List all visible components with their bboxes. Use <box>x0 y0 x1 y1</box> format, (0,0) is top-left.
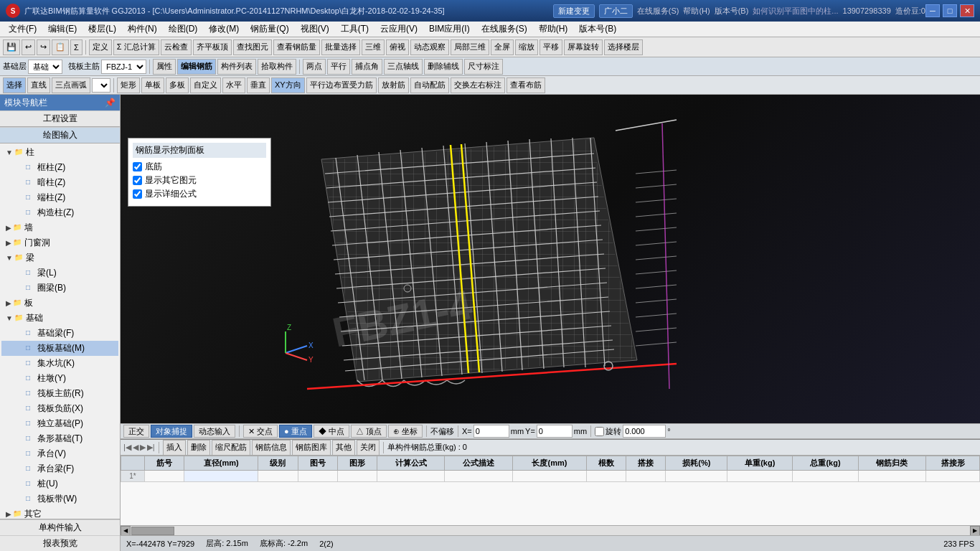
layer-btn-属性[interactable]: 属性 <box>153 59 176 75</box>
menu-item-BIM应用(I)[interactable]: BIM应用(I) <box>423 22 476 37</box>
other-elements-checkbox[interactable] <box>133 176 142 185</box>
bottom-rebar-checkbox[interactable] <box>133 162 142 171</box>
menu-item-云应用(V)[interactable]: 云应用(V) <box>374 22 423 37</box>
draw-btn-捕点角[interactable]: 捕点角 <box>352 59 382 75</box>
toolbar1-平移[interactable]: 平移 <box>540 39 562 55</box>
shape-btn-XY方向[interactable]: XY方向 <box>271 77 305 93</box>
quick-btn[interactable]: 📋 <box>52 39 69 55</box>
guangfu-btn[interactable]: 广小二 <box>599 4 633 18</box>
minimize-btn[interactable]: ─ <box>925 4 940 17</box>
nav-last[interactable]: ▶| <box>147 443 155 452</box>
y-input[interactable] <box>537 425 573 438</box>
toolbar1-查找图元[interactable]: 查找图元 <box>233 39 272 55</box>
scroll-left-btn[interactable]: ◀ <box>121 526 131 536</box>
expand-icon-wall[interactable]: ▶ <box>6 224 11 232</box>
scroll-track[interactable] <box>131 526 970 536</box>
tree-item-wall[interactable]: ▶📁墙 <box>1 220 118 235</box>
length-cell[interactable] <box>512 471 586 482</box>
other-btn[interactable]: 其他 <box>332 440 355 456</box>
sidebar-pin-icon[interactable]: 📌 <box>105 98 116 108</box>
menu-item-楼层(L)[interactable]: 楼层(L) <box>83 22 122 37</box>
tree-item-承台梁[interactable]: □承台梁(F) <box>1 461 118 476</box>
tree-item-door-window[interactable]: ▶📁门窗洞 <box>1 235 118 250</box>
tree-item-beam[interactable]: ▼📁梁 <box>1 250 118 265</box>
coord-btn[interactable]: ⊕ 坐标 <box>388 425 423 438</box>
tree-item-raft-neg[interactable]: □筏板负筋(X) <box>1 401 118 416</box>
version-link[interactable]: 版本号(B) <box>715 6 749 17</box>
tree-item-strip-found[interactable]: □条形基础(T) <box>1 431 118 446</box>
project-settings-btn[interactable]: 工程设置 <box>0 110 120 126</box>
bottom-rebar-option[interactable]: 底筋 <box>133 161 266 173</box>
tree-item-承台[interactable]: □承台(V) <box>1 446 118 461</box>
diameter-cell[interactable] <box>184 471 258 482</box>
toolbar1-缩放[interactable]: 缩放 <box>515 39 538 55</box>
menu-item-版本号(B)[interactable]: 版本号(B) <box>573 22 622 37</box>
quick-btn[interactable]: ↩ <box>22 39 35 55</box>
maximize-btn[interactable]: □ <box>943 4 957 17</box>
expand-icon-beam[interactable]: ▼ <box>6 254 13 262</box>
online-service-link[interactable]: 在线服务(S) <box>637 6 679 17</box>
shape-btn-水平[interactable]: 水平 <box>222 77 245 93</box>
menu-item-绘图(D)[interactable]: 绘图(D) <box>163 22 204 37</box>
draw-btn-尺寸标注[interactable]: 尺寸标注 <box>464 59 503 75</box>
ortho-btn[interactable]: 正交 <box>123 425 149 438</box>
tree-item-ring-beam[interactable]: □圈梁(B) <box>1 281 118 296</box>
fig-num-cell[interactable] <box>298 471 337 482</box>
toolbar1-俯视[interactable]: 俯视 <box>386 39 409 55</box>
shape-btn-矩形[interactable]: 矩形 <box>117 77 140 93</box>
scroll-right-btn[interactable]: ▶ <box>970 526 980 536</box>
drawing-input-btn[interactable]: 绘图输入 <box>0 127 120 143</box>
tree-item-raft-found[interactable]: □筏板基础(M) <box>1 341 118 356</box>
draw-tool-直线[interactable]: 直线 <box>27 77 50 93</box>
single-component-btn[interactable]: 单构件输入 <box>0 519 120 535</box>
menu-item-修改(M)[interactable]: 修改(M) <box>203 22 245 37</box>
toolbar1-齐平板顶[interactable]: 齐平板顶 <box>193 39 232 55</box>
tree-item-slab[interactable]: ▶📁板 <box>1 296 118 311</box>
expand-icon-other[interactable]: ▶ <box>6 510 11 518</box>
shape-btn-自定义[interactable]: 自定义 <box>190 77 221 93</box>
nav-prev[interactable]: ◀ <box>133 443 138 452</box>
layer-combo[interactable]: 基础 <box>28 60 62 74</box>
tree-item-collect-pit[interactable]: □集水坑(K) <box>1 356 118 371</box>
tree-item-pile[interactable]: □桩(U) <box>1 476 118 491</box>
report-preview-btn[interactable]: 报表预览 <box>0 535 120 551</box>
center-btn[interactable]: ◆ 中点 <box>314 425 349 438</box>
tree-item-frame-col[interactable]: □框柱(Z) <box>1 160 118 175</box>
menu-item-文件(F)[interactable]: 文件(F) <box>3 22 42 37</box>
menu-item-视图(V)[interactable]: 视图(V) <box>295 22 335 37</box>
tree-item-ind-found[interactable]: □独立基础(P) <box>1 416 118 431</box>
tree-item-found-beam[interactable]: □基础梁(F) <box>1 326 118 341</box>
menu-item-钢筋量(Q)[interactable]: 钢筋量(Q) <box>245 22 294 37</box>
insert-rebar-btn[interactable]: 插入 <box>163 440 186 456</box>
menu-item-编辑(E)[interactable]: 编辑(E) <box>42 22 83 37</box>
layer-btn-拾取构件[interactable]: 拾取构件 <box>258 59 296 75</box>
intersection-btn[interactable]: ✕ 交点 <box>243 425 278 438</box>
vertex-btn[interactable]: △ 顶点 <box>351 425 387 438</box>
tree-item-raft-main[interactable]: □筏板主筋(R) <box>1 386 118 401</box>
toolbar1-Σ 汇总计算[interactable]: Σ 汇总计算 <box>113 39 159 55</box>
other-elements-option[interactable]: 显示其它图元 <box>133 174 266 187</box>
arc-type-combo[interactable] <box>92 78 110 93</box>
count-cell[interactable] <box>587 471 626 482</box>
toolbar1-选择楼层[interactable]: 选择楼层 <box>604 39 643 55</box>
layer-btn-编辑钢筋[interactable]: 编辑钢筋 <box>177 59 216 75</box>
viewport[interactable]: FBZ1-4 X Y Z <box>121 95 980 423</box>
midpoint-btn[interactable]: ● 重点 <box>279 425 312 438</box>
object-snap-btn[interactable]: 对象捕捉 <box>151 425 192 438</box>
detail-formula-checkbox[interactable] <box>133 189 142 199</box>
category-cell[interactable] <box>858 471 925 482</box>
splice-type-cell[interactable] <box>926 471 980 482</box>
toolbar1-局部三维[interactable]: 局部三维 <box>451 39 489 55</box>
desc-cell[interactable] <box>445 471 512 482</box>
draw-btn-三点轴线[interactable]: 三点轴线 <box>384 59 423 75</box>
x-input[interactable] <box>473 425 509 438</box>
tree-item-dark-col[interactable]: □暗柱(Z) <box>1 175 118 190</box>
shape-btn-垂直[interactable]: 垂直 <box>247 77 270 93</box>
tree-item-other[interactable]: ▶📁其它 <box>1 507 118 519</box>
tree-item-struct-col[interactable]: □构造柱(Z) <box>1 205 118 220</box>
new-change-btn[interactable]: 新建变更 <box>553 4 595 18</box>
quick-btn[interactable]: Σ <box>70 39 83 55</box>
shape-btn-单板[interactable]: 单板 <box>141 77 164 93</box>
level-cell[interactable] <box>258 471 298 482</box>
tree-item-raft-strip[interactable]: □筏板带(W) <box>1 491 118 507</box>
